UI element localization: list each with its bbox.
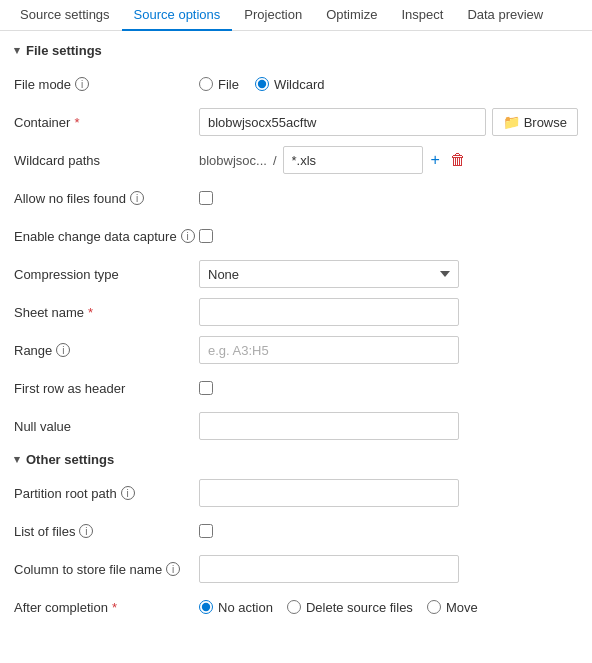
wildcard-input[interactable] (283, 146, 423, 174)
enable-change-capture-controls (199, 229, 578, 243)
enable-change-capture-label: Enable change data capture i (14, 229, 199, 244)
null-value-label: Null value (14, 419, 199, 434)
compression-type-row: Compression type None gzip deflate bzip2… (14, 260, 578, 288)
compression-type-controls: None gzip deflate bzip2 zip (199, 260, 578, 288)
column-store-filename-label: Column to store file name i (14, 562, 199, 577)
delete-wildcard-button[interactable]: 🗑 (448, 149, 468, 171)
after-completion-row: After completion * No action Delete sour… (14, 593, 578, 621)
radio-file-label: File (218, 77, 239, 92)
enable-change-capture-row: Enable change data capture i (14, 222, 578, 250)
wildcard-prefix: blobwjsoc... (199, 153, 267, 168)
first-row-header-row: First row as header (14, 374, 578, 402)
folder-icon: 📁 (503, 114, 520, 130)
radio-wildcard[interactable]: Wildcard (255, 77, 325, 92)
after-completion-controls: No action Delete source files Move (199, 600, 578, 615)
tab-optimize[interactable]: Optimize (314, 0, 389, 31)
null-value-input[interactable] (199, 412, 459, 440)
partition-root-path-label: Partition root path i (14, 486, 199, 501)
partition-root-path-controls (199, 479, 578, 507)
range-label: Range i (14, 343, 199, 358)
other-settings-chevron-icon: ▾ (14, 453, 20, 466)
radio-no-action-input[interactable] (199, 600, 213, 614)
file-mode-info-icon[interactable]: i (75, 77, 89, 91)
tab-data-preview[interactable]: Data preview (455, 0, 555, 31)
file-mode-row: File mode i File Wildcard (14, 70, 578, 98)
content-area: ▾ File settings File mode i File Wildcar… (0, 31, 592, 643)
sheet-name-input[interactable] (199, 298, 459, 326)
file-mode-controls: File Wildcard (199, 77, 578, 92)
allow-no-files-row: Allow no files found i (14, 184, 578, 212)
browse-label: Browse (524, 115, 567, 130)
allow-no-files-controls (199, 191, 578, 205)
sheet-name-required: * (88, 305, 93, 320)
tab-projection[interactable]: Projection (232, 0, 314, 31)
sheet-name-controls (199, 298, 578, 326)
wildcard-slash: / (273, 153, 277, 168)
first-row-header-checkbox[interactable] (199, 381, 213, 395)
other-settings-header[interactable]: ▾ Other settings (14, 452, 578, 467)
container-row: Container * 📁 Browse (14, 108, 578, 136)
container-input-wrap (199, 108, 486, 136)
radio-move-input[interactable] (427, 600, 441, 614)
radio-no-action[interactable]: No action (199, 600, 273, 615)
allow-no-files-label: Allow no files found i (14, 191, 199, 206)
container-label: Container * (14, 115, 199, 130)
after-completion-label: After completion * (14, 600, 199, 615)
compression-type-label: Compression type (14, 267, 199, 282)
file-mode-radio-group: File Wildcard (199, 77, 325, 92)
container-controls: 📁 Browse (199, 108, 578, 136)
allow-no-files-info-icon[interactable]: i (130, 191, 144, 205)
list-of-files-label: List of files i (14, 524, 199, 539)
file-settings-header[interactable]: ▾ File settings (14, 43, 578, 58)
wildcard-paths-row: Wildcard paths blobwjsoc... / + 🗑 (14, 146, 578, 174)
first-row-header-label: First row as header (14, 381, 199, 396)
range-info-icon[interactable]: i (56, 343, 70, 357)
range-row: Range i (14, 336, 578, 364)
radio-delete-source[interactable]: Delete source files (287, 600, 413, 615)
list-of-files-row: List of files i (14, 517, 578, 545)
file-settings-label: File settings (26, 43, 102, 58)
radio-wildcard-input[interactable] (255, 77, 269, 91)
range-input[interactable] (199, 336, 459, 364)
null-value-row: Null value (14, 412, 578, 440)
wildcard-paths-label: Wildcard paths (14, 153, 199, 168)
tab-bar: Source settings Source options Projectio… (0, 0, 592, 31)
radio-file-input[interactable] (199, 77, 213, 91)
tab-source-options[interactable]: Source options (122, 0, 233, 31)
list-of-files-checkbox[interactable] (199, 524, 213, 538)
tab-inspect[interactable]: Inspect (389, 0, 455, 31)
allow-no-files-checkbox[interactable] (199, 191, 213, 205)
partition-root-path-input[interactable] (199, 479, 459, 507)
column-store-filename-input[interactable] (199, 555, 459, 583)
enable-change-capture-checkbox[interactable] (199, 229, 213, 243)
radio-delete-source-input[interactable] (287, 600, 301, 614)
compression-type-select[interactable]: None gzip deflate bzip2 zip (199, 260, 459, 288)
column-store-filename-info-icon[interactable]: i (166, 562, 180, 576)
file-mode-label: File mode i (14, 77, 199, 92)
list-of-files-info-icon[interactable]: i (79, 524, 93, 538)
browse-button[interactable]: 📁 Browse (492, 108, 578, 136)
column-store-filename-controls (199, 555, 578, 583)
tab-source-settings[interactable]: Source settings (8, 0, 122, 31)
after-completion-radio-group: No action Delete source files Move (199, 600, 478, 615)
radio-wildcard-label: Wildcard (274, 77, 325, 92)
radio-no-action-label: No action (218, 600, 273, 615)
partition-root-path-info-icon[interactable]: i (121, 486, 135, 500)
column-store-filename-row: Column to store file name i (14, 555, 578, 583)
wildcard-paths-controls: blobwjsoc... / + 🗑 (199, 146, 578, 174)
partition-root-path-row: Partition root path i (14, 479, 578, 507)
other-settings-label: Other settings (26, 452, 114, 467)
chevron-down-icon: ▾ (14, 44, 20, 57)
container-input[interactable] (199, 108, 486, 136)
enable-change-capture-info-icon[interactable]: i (181, 229, 195, 243)
sheet-name-row: Sheet name * (14, 298, 578, 326)
sheet-name-label: Sheet name * (14, 305, 199, 320)
add-wildcard-button[interactable]: + (429, 149, 442, 171)
radio-file[interactable]: File (199, 77, 239, 92)
radio-delete-source-label: Delete source files (306, 600, 413, 615)
list-of-files-controls (199, 524, 578, 538)
container-required: * (74, 115, 79, 130)
null-value-controls (199, 412, 578, 440)
after-completion-required: * (112, 600, 117, 615)
radio-move[interactable]: Move (427, 600, 478, 615)
